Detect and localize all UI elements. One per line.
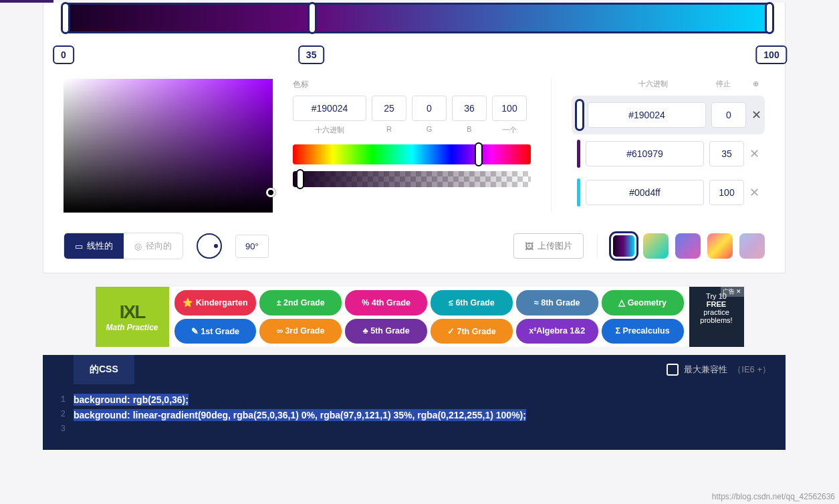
stop-swatch[interactable]	[577, 178, 580, 207]
stop-position-label: 100	[755, 45, 787, 64]
code-lines[interactable]: background: rgb(25,0,36); background: li…	[74, 392, 526, 436]
angle-value[interactable]: 90°	[235, 235, 269, 258]
a-sublabel: 一个	[492, 125, 527, 135]
ad-cta-line: problems!	[692, 316, 741, 324]
ad-pill[interactable]: ✎ 1st Grade	[174, 319, 257, 344]
preset-swatch[interactable]	[675, 233, 701, 259]
delete-stop-button[interactable]: ✕	[749, 146, 759, 161]
color-picker-row: 色标 十六进制 R G B 一个	[43, 79, 785, 213]
stop-hex-input[interactable]	[588, 102, 706, 128]
ad-pill[interactable]: ∞ 3rd Grade	[259, 319, 342, 344]
input-sublabels: 十六进制 R G B 一个	[293, 125, 531, 135]
css-output-panel: 的CSS 最大兼容性 （IE6 +） 123 background: rgb(2…	[43, 355, 786, 450]
gradient-preview-wrap	[43, 3, 785, 33]
preset-swatch[interactable]	[611, 233, 636, 259]
code-body: 123 background: rgb(25,0,36); background…	[43, 384, 786, 450]
g-sublabel: G	[412, 125, 447, 135]
alpha-slider[interactable]	[293, 171, 531, 187]
color-inputs-column: 色标 十六进制 R G B 一个	[293, 79, 531, 187]
linear-type-button[interactable]: ▭ 线性的	[64, 233, 124, 259]
saturation-value-handle[interactable]	[266, 188, 275, 197]
hex-input[interactable]	[293, 96, 366, 121]
stops-hex-label: 十六进制	[605, 79, 701, 89]
radial-icon: ◎	[134, 241, 142, 251]
g-input[interactable]	[412, 96, 447, 121]
compat-toggle[interactable]: 最大兼容性 （IE6 +）	[667, 364, 771, 376]
ad-subtitle: Math Practice	[106, 323, 158, 332]
add-stop-button[interactable]: ⊕	[746, 80, 765, 88]
ad-close-icon[interactable]: 广告 ✕	[721, 287, 744, 297]
angle-dial[interactable]	[197, 233, 222, 259]
delete-stop-button[interactable]: ✕	[751, 108, 761, 122]
preset-swatch[interactable]	[643, 233, 669, 259]
r-input[interactable]	[372, 96, 406, 121]
b-input[interactable]	[452, 96, 487, 121]
stop-position-input[interactable]	[709, 180, 744, 205]
ad-pill[interactable]: ≈ 8th Grade	[516, 290, 598, 316]
hex-rgba-row	[293, 96, 531, 121]
b-sublabel: B	[452, 125, 487, 135]
css-tab[interactable]: 的CSS	[74, 355, 134, 384]
stops-column: 十六进制 停止 ⊕ ✕✕✕	[551, 79, 765, 212]
stop-position-input[interactable]	[709, 141, 744, 166]
radial-type-button[interactable]: ◎ 径向的	[124, 233, 183, 259]
stops-header: 十六进制 停止 ⊕	[572, 79, 765, 89]
compat-label: 最大兼容性	[684, 364, 727, 376]
line-numbers: 123	[43, 392, 74, 436]
ad-pill[interactable]: x²Algebra 1&2	[516, 319, 598, 344]
code-line: background: linear-gradient(90deg, rgba(…	[74, 409, 526, 421]
hue-slider-handle[interactable]	[475, 142, 483, 166]
stop-hex-input[interactable]	[586, 180, 704, 205]
preset-gradients	[611, 233, 765, 259]
linear-label: 线性的	[87, 240, 113, 252]
stop-row[interactable]: ✕	[572, 173, 765, 212]
stop-swatch[interactable]	[577, 140, 580, 168]
stop-position-label: 35	[298, 45, 325, 64]
ad-pill[interactable]: △ Geometry	[602, 290, 684, 316]
ad-logo-text: IXL	[120, 301, 145, 323]
image-icon: 🖼	[525, 241, 533, 251]
hue-slider[interactable]	[293, 144, 531, 164]
vertical-divider	[597, 234, 598, 258]
ad-pill[interactable]: ± 2nd Grade	[259, 290, 342, 316]
stop-position-input[interactable]	[711, 102, 746, 128]
r-sublabel: R	[372, 125, 406, 135]
compat-suffix: （IE6 +）	[733, 364, 771, 376]
saturation-value-picker[interactable]	[64, 79, 273, 213]
preset-swatch[interactable]	[739, 233, 765, 259]
gradient-preview-bar[interactable]	[64, 3, 771, 33]
stop-row[interactable]: ✕	[572, 134, 765, 173]
ad-pill[interactable]: ✓ 7th Grade	[431, 319, 513, 344]
upload-image-button[interactable]: 🖼 上传图片	[513, 233, 584, 259]
ad-pill[interactable]: ♣ 5th Grade	[345, 319, 427, 344]
gradient-stop-handle-1[interactable]	[308, 2, 317, 34]
a-input[interactable]	[492, 96, 527, 121]
alpha-slider-handle[interactable]	[296, 169, 304, 189]
stop-row[interactable]: ✕	[572, 96, 765, 134]
ad-pill[interactable]: ⭐ Kindergarten	[174, 290, 257, 316]
sebiao-label: 色标	[293, 79, 531, 90]
stop-swatch[interactable]	[577, 101, 582, 129]
preset-swatch[interactable]	[707, 233, 733, 259]
ad-pills-grid: ⭐ Kindergarten± 2nd Grade% 4th Grade≤ 6t…	[169, 287, 689, 347]
linear-icon: ▭	[75, 241, 83, 251]
checkbox-icon[interactable]	[667, 364, 679, 376]
ad-cta-block: 广告 ✕ Try 10 FREE practice problems!	[689, 287, 744, 347]
delete-stop-button[interactable]: ✕	[749, 185, 759, 200]
gradient-stop-handle-0[interactable]	[61, 2, 70, 34]
hex-sublabel: 十六进制	[293, 125, 366, 135]
ad-pill[interactable]: ≤ 6th Grade	[431, 290, 513, 316]
ad-cta-line: FREE	[692, 300, 741, 308]
gradient-editor-panel: 0 35 100 色标 十六进制 R G B 一个	[43, 3, 786, 273]
stop-position-labels: 0 35 100	[64, 45, 771, 72]
ad-pill[interactable]: Σ Precalculus	[602, 319, 684, 344]
radial-label: 径向的	[146, 240, 172, 252]
ad-banner[interactable]: IXL Math Practice ⭐ Kindergarten± 2nd Gr…	[96, 287, 744, 347]
code-tabs-row: 的CSS 最大兼容性 （IE6 +）	[43, 355, 786, 384]
stop-hex-input[interactable]	[586, 141, 704, 166]
ad-pill[interactable]: % 4th Grade	[345, 290, 427, 316]
upload-label: 上传图片	[537, 240, 572, 252]
stops-stop-label: 停止	[706, 79, 741, 89]
bottom-controls-row: ▭ 线性的 ◎ 径向的 90° 🖼 上传图片	[43, 233, 785, 259]
gradient-stop-handle-2[interactable]	[765, 2, 774, 34]
